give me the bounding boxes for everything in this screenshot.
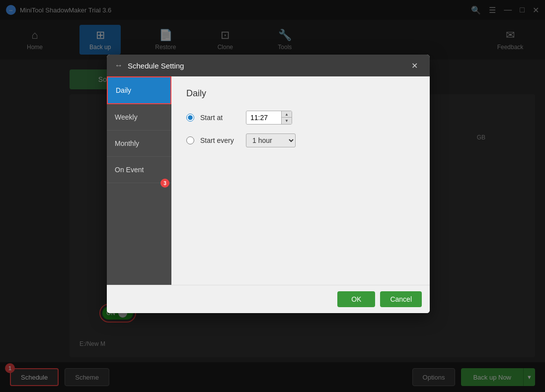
sidebar-item-onevent[interactable]: On Event 3 (107, 157, 171, 183)
start-at-radio[interactable] (186, 114, 194, 122)
start-at-input[interactable] (246, 112, 281, 124)
start-every-row: Start every 1 hour 2 hours 3 hours 6 hou… (186, 133, 415, 147)
dialog-titlebar: ↔ Schedule Setting ✕ (107, 55, 430, 76)
dialog-section-title: Daily (186, 88, 415, 99)
start-every-radio[interactable] (186, 136, 194, 144)
dialog-title-icon: ↔ (115, 61, 123, 70)
start-at-label: Start at (200, 114, 240, 122)
dialog-content: Daily Start at ▲ ▼ Start every 1 ho (171, 76, 430, 285)
dialog-footer: OK Cancel (107, 285, 430, 313)
cancel-button[interactable]: Cancel (380, 291, 422, 307)
time-input-wrapper: ▲ ▼ (246, 111, 292, 125)
time-spinners: ▲ ▼ (281, 111, 292, 124)
hour-select[interactable]: 1 hour 2 hours 3 hours 6 hours 12 hours (246, 133, 296, 147)
sidebar-badge: 3 (160, 179, 169, 188)
schedule-dialog: ↔ Schedule Setting ✕ Daily Weekly Monthl… (107, 55, 430, 313)
ok-button[interactable]: OK (337, 291, 375, 307)
time-up-button[interactable]: ▲ (282, 111, 292, 118)
dialog-sidebar: Daily Weekly Monthly On Event 3 (107, 76, 171, 285)
dialog-title: Schedule Setting (128, 62, 184, 70)
dialog-close-button[interactable]: ✕ (407, 59, 422, 72)
dialog-body: Daily Weekly Monthly On Event 3 Daily St… (107, 76, 430, 285)
sidebar-item-monthly[interactable]: Monthly (107, 131, 171, 157)
start-at-row: Start at ▲ ▼ (186, 111, 415, 125)
sidebar-item-weekly[interactable]: Weekly (107, 104, 171, 131)
sidebar-item-daily[interactable]: Daily (107, 76, 171, 104)
start-every-label: Start every (200, 136, 240, 144)
time-down-button[interactable]: ▼ (282, 118, 292, 124)
